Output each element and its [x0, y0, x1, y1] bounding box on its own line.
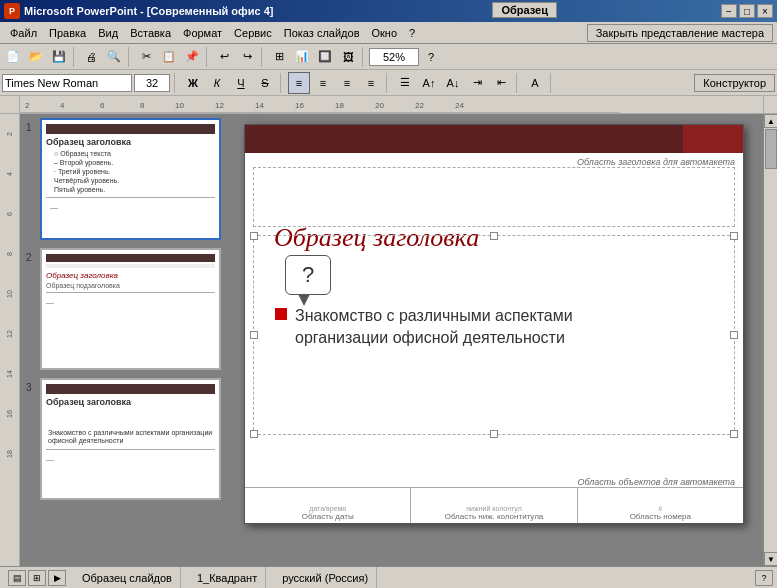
slide-header-bar — [245, 125, 743, 153]
menu-format[interactable]: Формат — [177, 25, 228, 41]
bold-button[interactable]: Ж — [182, 72, 204, 94]
scroll-up-button[interactable]: ▲ — [764, 114, 777, 128]
undo-button[interactable]: ↩ — [213, 46, 235, 68]
slideshow-button[interactable]: ▶ — [48, 570, 66, 586]
slide-sorter-button[interactable]: ⊞ — [28, 570, 46, 586]
thumb-1-date: __ — [46, 201, 215, 208]
handle-bot-mid[interactable] — [490, 430, 498, 438]
underline-button[interactable]: Ч — [230, 72, 252, 94]
decrease-font-button[interactable]: A↓ — [442, 72, 464, 94]
scroll-thumb[interactable] — [765, 129, 777, 169]
font-color-button[interactable]: A — [524, 72, 546, 94]
h-ruler-svg: 2 4 6 8 10 12 14 16 18 20 22 24 — [20, 96, 763, 114]
zoom-help-button[interactable]: ? — [420, 46, 442, 68]
slide-title-box[interactable]: Образец заголовка — [253, 167, 735, 227]
strikethrough-button[interactable]: S — [254, 72, 276, 94]
footer-date-label: Область даты — [302, 512, 354, 521]
outdent-button[interactable]: ⇤ — [490, 72, 512, 94]
redo-button[interactable]: ↪ — [236, 46, 258, 68]
obrazets-label: Образец — [492, 2, 557, 18]
cut-button[interactable]: ✂ — [135, 46, 157, 68]
red-bullet-square — [275, 308, 287, 320]
slide-header-bar-accent — [683, 125, 743, 153]
status-position-label: 1_Квадрант — [189, 567, 266, 588]
copy-button[interactable]: 📋 — [158, 46, 180, 68]
font-name-input[interactable] — [2, 74, 132, 92]
paste-button[interactable]: 📌 — [181, 46, 203, 68]
svg-text:16: 16 — [6, 410, 13, 418]
handle-top-left[interactable] — [250, 232, 258, 240]
constructor-button[interactable]: Конструктор — [694, 74, 775, 92]
svg-text:10: 10 — [6, 290, 13, 298]
thumb-3-separator — [46, 449, 215, 450]
svg-text:20: 20 — [375, 101, 384, 110]
menu-window[interactable]: Окно — [366, 25, 404, 41]
close-button[interactable]: × — [757, 4, 773, 18]
increase-font-button[interactable]: A↑ — [418, 72, 440, 94]
italic-button[interactable]: К — [206, 72, 228, 94]
open-button[interactable]: 📂 — [25, 46, 47, 68]
insert-chart-button[interactable]: 📊 — [291, 46, 313, 68]
status-bar: ▤ ⊞ ▶ Образец слайдов 1_Квадрант русский… — [0, 566, 777, 588]
indent-button[interactable]: ⇥ — [466, 72, 488, 94]
svg-text:2: 2 — [25, 101, 30, 110]
menu-insert[interactable]: Вставка — [124, 25, 177, 41]
ruler-area: 2 4 6 8 10 12 14 16 18 20 22 24 — [0, 96, 777, 114]
status-language-label: русский (Россия) — [274, 567, 377, 588]
handle-top-mid[interactable] — [490, 232, 498, 240]
thumb-2-separator — [46, 292, 215, 293]
slides-panel: 1 Образец заголовка ○ Образец текста – В… — [20, 114, 225, 566]
maximize-button[interactable]: □ — [739, 4, 755, 18]
scrollbar-vertical: ▲ ▼ — [763, 114, 777, 566]
svg-text:8: 8 — [140, 101, 145, 110]
insert-org-button[interactable]: 🔲 — [314, 46, 336, 68]
bullets-button[interactable]: ☰ — [394, 72, 416, 94]
footer-date-top: дата/время — [309, 505, 346, 512]
align-right-button[interactable]: ≡ — [336, 72, 358, 94]
thumb-3-body: Знакомство с различными аспектами органи… — [46, 429, 215, 446]
slide-main-text: Знакомство с различными аспектами органи… — [295, 305, 723, 350]
zoom-input[interactable] — [369, 48, 419, 66]
handle-mid-right[interactable] — [730, 331, 738, 339]
preview-button[interactable]: 🔍 — [103, 46, 125, 68]
justify-button[interactable]: ≡ — [360, 72, 382, 94]
handle-top-right[interactable] — [730, 232, 738, 240]
minimize-button[interactable]: − — [721, 4, 737, 18]
align-center-button[interactable]: ≡ — [312, 72, 334, 94]
handle-mid-left[interactable] — [250, 331, 258, 339]
slide-header-label: Область заголовка для автомакета — [577, 157, 735, 167]
handle-bot-right[interactable] — [730, 430, 738, 438]
insert-table-button[interactable]: ⊞ — [268, 46, 290, 68]
print-button[interactable]: 🖨 — [80, 46, 102, 68]
slide-3-thumbnail[interactable]: Образец заголовка Знакомство с различным… — [40, 378, 221, 500]
menu-view[interactable]: Вид — [92, 25, 124, 41]
new-button[interactable]: 📄 — [2, 46, 24, 68]
font-size-input[interactable] — [134, 74, 170, 92]
align-left-button[interactable]: ≡ — [288, 72, 310, 94]
svg-text:4: 4 — [6, 172, 13, 176]
svg-text:14: 14 — [255, 101, 264, 110]
menu-file[interactable]: Файл — [4, 25, 43, 41]
main-slide: Область заголовка для автомакета Образец… — [244, 124, 744, 524]
normal-view-button[interactable]: ▤ — [8, 570, 26, 586]
status-view-label: Образец слайдов — [74, 567, 181, 588]
insert-clip-button[interactable]: 🖼 — [337, 46, 359, 68]
close-master-button[interactable]: Закрыть представление мастера — [587, 24, 773, 42]
slide-2-thumbnail[interactable]: Образец заголовка Образец подзаголовка _… — [40, 248, 221, 370]
menu-help[interactable]: ? — [403, 25, 421, 41]
save-button[interactable]: 💾 — [48, 46, 70, 68]
svg-text:8: 8 — [6, 252, 13, 256]
menu-slideshow[interactable]: Показ слайдов — [278, 25, 366, 41]
thumb-3-spacer — [46, 409, 215, 429]
fmt-separator-5 — [550, 73, 554, 93]
menu-service[interactable]: Сервис — [228, 25, 278, 41]
scroll-down-button[interactable]: ▼ — [764, 552, 777, 566]
menu-edit[interactable]: Правка — [43, 25, 92, 41]
thumb-3-header-bar — [46, 384, 215, 394]
slide-1-thumbnail[interactable]: Образец заголовка ○ Образец текста – Вто… — [40, 118, 221, 240]
handle-bot-left[interactable] — [250, 430, 258, 438]
status-help-button[interactable]: ? — [755, 570, 773, 586]
svg-text:12: 12 — [215, 101, 224, 110]
scroll-track[interactable] — [764, 128, 777, 552]
slide-2-content: Образец заголовка Образец подзаголовка _… — [46, 254, 215, 364]
